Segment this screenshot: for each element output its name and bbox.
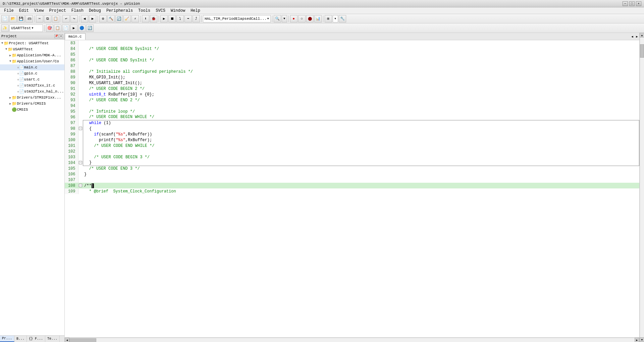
code-content[interactable] bbox=[83, 103, 639, 109]
code-content[interactable]: /* USER CODE BEGIN 2 */ bbox=[83, 86, 639, 92]
start-debug-button[interactable]: 🐞 bbox=[150, 15, 157, 22]
manage2-button[interactable]: 🔄 bbox=[86, 24, 94, 32]
tab-main-c[interactable]: main.c bbox=[65, 33, 86, 40]
code-content[interactable]: MX_USART1_UART_Init(); bbox=[83, 80, 639, 86]
manage-button[interactable]: 📋 bbox=[54, 24, 61, 32]
menu-help[interactable]: Help bbox=[188, 8, 203, 14]
h-scroll-left-button[interactable]: ◀ bbox=[65, 338, 69, 342]
project-dropdown[interactable]: USARTTest ▼ bbox=[9, 24, 43, 32]
tree-stm32-hal-c[interactable]: ▶ ✲ 📄 stm32f1xx_hal_n... bbox=[0, 89, 64, 95]
menu-edit[interactable]: Edit bbox=[16, 8, 32, 14]
menu-view[interactable]: View bbox=[32, 8, 47, 14]
fold-minus-icon[interactable]: − bbox=[79, 161, 82, 164]
tools-button[interactable]: 🔧 bbox=[339, 15, 346, 22]
tree-main-c[interactable]: ▶ ✲ 📄 main.c bbox=[0, 64, 64, 70]
code-content[interactable]: /**| bbox=[83, 183, 639, 188]
debug-settings-button[interactable]: ⬤ bbox=[306, 15, 314, 22]
target-settings-button[interactable]: 🎯 bbox=[46, 24, 53, 32]
nav-forward-button[interactable]: ▶ bbox=[89, 15, 96, 22]
v-scroll-track[interactable] bbox=[640, 38, 644, 337]
save-button[interactable]: 💾 bbox=[17, 15, 25, 22]
code-content[interactable]: if(scanf("%s",RxBuffer)) bbox=[83, 131, 639, 137]
download-button[interactable]: ⬇ bbox=[142, 15, 149, 22]
tree-cmsis[interactable]: ▶ 🟢 CMSIS bbox=[0, 107, 64, 113]
window-layout-button[interactable]: ⊞ bbox=[325, 15, 332, 22]
step-over-button[interactable]: ➡ bbox=[184, 15, 192, 22]
tree-drivers-cmsis[interactable]: ▶ 📁 Drivers/CMSIS bbox=[0, 101, 64, 107]
cut-button[interactable]: ✂ bbox=[36, 15, 43, 22]
minimize-button[interactable]: ─ bbox=[623, 1, 628, 6]
code-content[interactable]: /* USER CODE BEGIN WHILE */ bbox=[83, 114, 639, 120]
v-scroll-up-button[interactable]: ▲ bbox=[640, 33, 644, 38]
run-button[interactable]: ▶ bbox=[160, 15, 168, 22]
fold-minus-icon[interactable]: − bbox=[79, 127, 82, 130]
copy-button[interactable]: ⧉ bbox=[44, 15, 51, 22]
code-content[interactable]: printf("%s",RxBuffer); bbox=[83, 137, 639, 143]
fold-col[interactable]: − bbox=[78, 126, 83, 131]
menu-project[interactable]: Project bbox=[46, 8, 68, 14]
save-all-button[interactable]: 🗃 bbox=[25, 15, 33, 22]
tree-project-root[interactable]: ▼ 📁 Project: USARTTest bbox=[0, 40, 64, 46]
step-in-button[interactable]: ⤵ bbox=[176, 15, 184, 22]
tree-app-user[interactable]: ▼ 📁 Application/User/Co bbox=[0, 58, 64, 64]
code-content[interactable]: * @brief System_Clock_Configuration bbox=[83, 188, 639, 194]
run-config-button[interactable]: ▶ bbox=[70, 24, 77, 32]
batch-build-button[interactable]: ⚡ bbox=[131, 15, 139, 22]
tab-scroll-right-button[interactable]: ▶ bbox=[635, 33, 639, 40]
code-content[interactable]: /* USER CODE END 2 */ bbox=[83, 97, 639, 103]
step-out-button[interactable]: ⤴ bbox=[193, 15, 200, 22]
code-content[interactable]: while (1) bbox=[83, 120, 639, 126]
tab-templates[interactable]: Te... bbox=[45, 336, 60, 342]
open-button[interactable]: 📂 bbox=[9, 15, 17, 22]
h-scroll-thumb[interactable] bbox=[69, 338, 96, 342]
menu-tools[interactable]: Tools bbox=[136, 8, 153, 14]
menu-file[interactable]: File bbox=[1, 8, 16, 14]
code-content[interactable]: } bbox=[83, 171, 639, 177]
code-content[interactable] bbox=[83, 63, 639, 69]
file-ext-button[interactable]: 📄 bbox=[62, 24, 69, 32]
tab-functions[interactable]: {} F... bbox=[27, 336, 45, 342]
h-scroll-track[interactable] bbox=[69, 338, 635, 342]
tree-stm32-it-c[interactable]: ▶ ✲ 📄 stm32f1xx_it.c bbox=[0, 82, 64, 89]
tree-drivers-stm32[interactable]: ▶ 📁 Drivers/STM32F1xx... bbox=[0, 95, 64, 101]
fold-col[interactable]: − bbox=[78, 160, 83, 166]
code-content[interactable]: /* USER CODE END SysInit */ bbox=[83, 57, 639, 63]
code-content[interactable]: } bbox=[83, 160, 639, 166]
code-content[interactable]: MX_GPIO_Init(); bbox=[83, 74, 639, 80]
fold-col[interactable]: − bbox=[78, 183, 83, 188]
menu-debug[interactable]: Debug bbox=[86, 8, 104, 14]
fold-minus-icon[interactable]: − bbox=[79, 184, 82, 187]
rebuild-button[interactable]: 🔄 bbox=[115, 15, 123, 22]
close-button[interactable]: ✕ bbox=[636, 1, 641, 6]
code-content[interactable] bbox=[83, 40, 639, 46]
redo-button[interactable]: ↪ bbox=[70, 15, 78, 22]
logic-analyzer-button[interactable]: 📊 bbox=[314, 15, 322, 22]
code-editor[interactable]: 83 84 /* USER CODE BEGIN SysInit */ 85 bbox=[65, 40, 639, 337]
tab-books[interactable]: B... bbox=[14, 336, 27, 342]
find-dropdown-button[interactable]: ▼ bbox=[282, 15, 287, 22]
code-content[interactable]: uint8_t RxBuffer[10] = {0}; bbox=[83, 92, 639, 97]
menu-flash[interactable]: Flash bbox=[69, 8, 86, 14]
tree-usart-c[interactable]: ▶ ✲ 📄 usart.c bbox=[0, 76, 64, 82]
tree-usarttest[interactable]: ▼ 📁 USARTTest bbox=[0, 46, 64, 52]
code-content[interactable]: /* USER CODE END WHILE */ bbox=[83, 143, 639, 149]
v-scroll-down-button[interactable]: ▼ bbox=[640, 337, 644, 342]
build-button[interactable]: 🔨 bbox=[107, 15, 115, 22]
v-scroll-thumb[interactable] bbox=[640, 44, 644, 58]
panel-pin-button[interactable]: 📌 bbox=[54, 34, 58, 38]
stop-button[interactable]: ⏹ bbox=[168, 15, 176, 22]
h-scroll-right-button[interactable]: ▶ bbox=[635, 338, 639, 342]
tree-app-mdk[interactable]: ▶ 📁 Application/MDK-A... bbox=[0, 52, 64, 58]
code-content[interactable]: /* Initialize all configured peripherals… bbox=[83, 69, 639, 74]
menu-window[interactable]: Window bbox=[168, 8, 188, 14]
code-content[interactable] bbox=[83, 52, 639, 57]
code-content[interactable]: /* USER CODE BEGIN SysInit */ bbox=[83, 46, 639, 52]
menu-peripherals[interactable]: Peripherals bbox=[104, 8, 136, 14]
clean-button[interactable]: 🧹 bbox=[123, 15, 131, 22]
menu-svcs[interactable]: SVCS bbox=[153, 8, 168, 14]
breakpoint-toggle-button[interactable]: ● bbox=[290, 15, 298, 22]
nav-back-button[interactable]: ◀ bbox=[81, 15, 88, 22]
code-content[interactable] bbox=[83, 149, 639, 154]
tab-scroll-left-button[interactable]: ◀ bbox=[630, 33, 635, 40]
tree-gpio-c[interactable]: ▶ ✲ 📄 gpio.c bbox=[0, 70, 64, 76]
